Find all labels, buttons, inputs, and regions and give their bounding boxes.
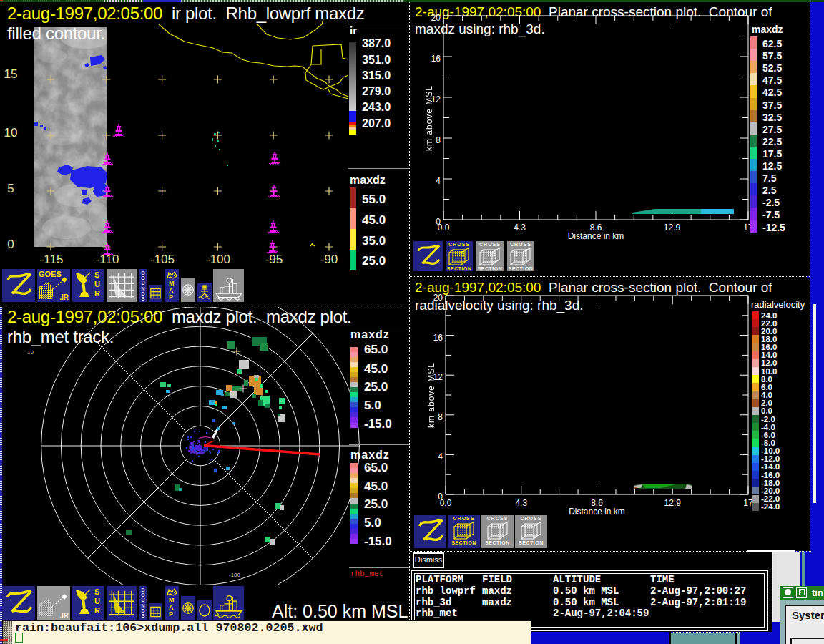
svg-text:10: 10	[27, 349, 34, 356]
svg-text:-100: -100	[229, 572, 241, 578]
